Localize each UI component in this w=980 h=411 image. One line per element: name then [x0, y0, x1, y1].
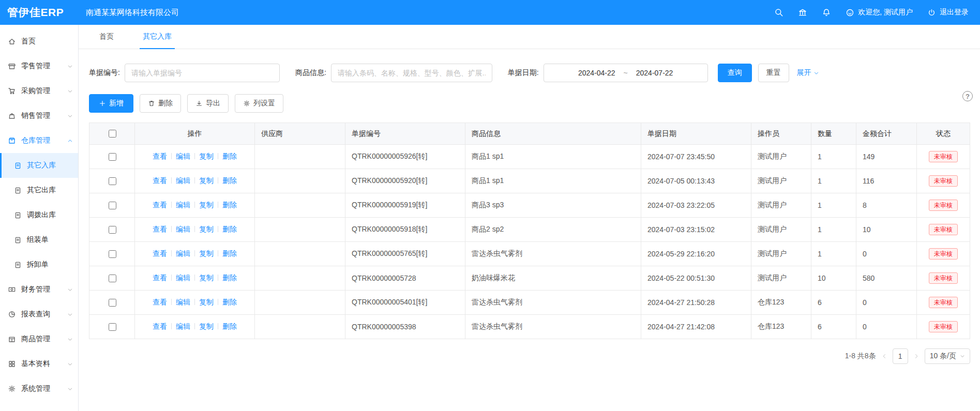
sidebar-item-label: 组装单: [27, 235, 49, 245]
logout-button[interactable]: 退出登录: [927, 8, 969, 17]
sidebar-item-basic-data[interactable]: 基本资料: [0, 352, 78, 376]
copy-link[interactable]: 复制: [199, 298, 214, 306]
welcome-user[interactable]: 欢迎您, 测试用户: [846, 8, 913, 17]
select-all-checkbox[interactable]: [109, 130, 116, 138]
sidebar-item-assembly[interactable]: 组装单: [0, 227, 78, 252]
delete-link[interactable]: 删除: [222, 225, 237, 233]
edit-link[interactable]: 编辑: [176, 273, 190, 282]
divider: [171, 226, 172, 232]
row-checkbox[interactable]: [109, 153, 116, 161]
page-size-select[interactable]: 10 条/页: [925, 348, 970, 364]
delete-button[interactable]: 删除: [140, 94, 181, 113]
row-checkbox[interactable]: [109, 323, 116, 331]
tab-home[interactable]: 首页: [96, 25, 117, 49]
copy-link[interactable]: 复制: [199, 322, 214, 330]
divider: [171, 153, 172, 159]
sidebar-item-retail[interactable]: 零售管理: [0, 54, 78, 79]
edit-link[interactable]: 编辑: [176, 225, 190, 233]
edit-link[interactable]: 编辑: [176, 249, 190, 257]
sidebar-item-transfer-outbound[interactable]: 调拨出库: [0, 203, 78, 227]
copy-link[interactable]: 复制: [199, 201, 214, 209]
date-range-picker[interactable]: 2024-04-22 ~ 2024-07-22: [544, 64, 708, 82]
edit-link[interactable]: 编辑: [176, 322, 190, 330]
view-link[interactable]: 查看: [153, 322, 167, 330]
sidebar-item-label: 其它入库: [27, 161, 56, 170]
copy-link[interactable]: 复制: [199, 152, 214, 160]
row-checkbox[interactable]: [109, 177, 116, 185]
download-icon: [195, 100, 203, 107]
order-no-input[interactable]: [125, 64, 280, 82]
delete-link[interactable]: 删除: [222, 273, 237, 282]
copy-link[interactable]: 复制: [199, 176, 214, 185]
sidebar-item-products[interactable]: 商品管理: [0, 327, 78, 352]
view-link[interactable]: 查看: [153, 201, 167, 209]
bank-icon[interactable]: [798, 8, 807, 17]
sidebar-item-other-outbound[interactable]: 其它出库: [0, 178, 78, 203]
view-link[interactable]: 查看: [153, 152, 167, 160]
row-checkbox[interactable]: [109, 202, 116, 209]
row-checkbox[interactable]: [109, 299, 116, 307]
column-settings-button[interactable]: 列设置: [235, 94, 283, 113]
view-link[interactable]: 查看: [153, 298, 167, 306]
delete-link[interactable]: 删除: [222, 298, 237, 306]
header-date: 单据日期: [641, 123, 751, 145]
sidebar-item-other-inbound[interactable]: 其它入库: [0, 153, 78, 178]
view-link[interactable]: 查看: [153, 249, 167, 257]
copy-link[interactable]: 复制: [199, 249, 214, 257]
table-row: 查看编辑复制删除 QTRK00000005401[转] 雷达杀虫气雾剂 2024…: [89, 291, 970, 315]
help-button[interactable]: ?: [962, 91, 973, 101]
tab-other-inbound[interactable]: 其它入库: [140, 25, 175, 49]
export-button[interactable]: 导出: [187, 94, 229, 113]
store-icon: [8, 62, 16, 70]
chevron-down-icon: [67, 64, 73, 69]
sidebar-item-reports[interactable]: 报表查询: [0, 302, 78, 327]
date-end-value: 2024-07-22: [636, 69, 673, 77]
page-number[interactable]: 1: [893, 348, 908, 364]
amount-cell: 0: [856, 315, 917, 339]
delete-link[interactable]: 删除: [222, 201, 237, 209]
reset-button[interactable]: 重置: [758, 64, 789, 82]
prev-page-button[interactable]: [881, 353, 887, 359]
add-button[interactable]: 新增: [89, 94, 133, 113]
row-checkbox[interactable]: [109, 250, 116, 258]
view-link[interactable]: 查看: [153, 225, 167, 233]
supplier-cell: [255, 315, 345, 339]
product-info-input[interactable]: [331, 64, 492, 82]
copy-link[interactable]: 复制: [199, 225, 214, 233]
divider: [218, 226, 218, 232]
search-icon[interactable]: [774, 8, 783, 17]
status-badge: 未审核: [929, 321, 958, 332]
operator-cell: 测试用户: [751, 145, 811, 169]
delete-link[interactable]: 删除: [222, 249, 237, 257]
row-checkbox[interactable]: [109, 226, 116, 234]
bell-icon[interactable]: [822, 8, 831, 17]
qty-cell: 6: [811, 315, 856, 339]
sidebar-item-home[interactable]: 首页: [0, 29, 78, 54]
sidebar-item-sales[interactable]: 销售管理: [0, 103, 78, 128]
status-badge: 未审核: [929, 248, 958, 260]
search-button[interactable]: 查询: [718, 64, 752, 82]
next-page-button[interactable]: [913, 353, 919, 359]
edit-link[interactable]: 编辑: [176, 201, 190, 209]
edit-link[interactable]: 编辑: [176, 298, 190, 306]
delete-link[interactable]: 删除: [222, 322, 237, 330]
chevron-down-icon: [67, 113, 73, 119]
sidebar-item-purchase[interactable]: 采购管理: [0, 79, 78, 103]
sidebar-item-system[interactable]: 系统管理: [0, 376, 78, 401]
pagination-total: 1-8 共8条: [845, 352, 876, 361]
view-link[interactable]: 查看: [153, 273, 167, 282]
view-link[interactable]: 查看: [153, 176, 167, 185]
sidebar-item-warehouse[interactable]: 仓库管理: [0, 128, 78, 153]
divider: [218, 299, 218, 305]
delete-link[interactable]: 删除: [222, 176, 237, 185]
sidebar-item-finance[interactable]: 财务管理: [0, 277, 78, 302]
copy-link[interactable]: 复制: [199, 273, 214, 282]
edit-link[interactable]: 编辑: [176, 176, 190, 185]
amount-cell: 10: [856, 218, 917, 242]
supplier-cell: [255, 242, 345, 266]
delete-link[interactable]: 删除: [222, 152, 237, 160]
edit-link[interactable]: 编辑: [176, 152, 190, 160]
sidebar-item-disassembly[interactable]: 拆卸单: [0, 252, 78, 277]
row-checkbox[interactable]: [109, 275, 116, 282]
expand-link[interactable]: 展开: [797, 68, 819, 78]
